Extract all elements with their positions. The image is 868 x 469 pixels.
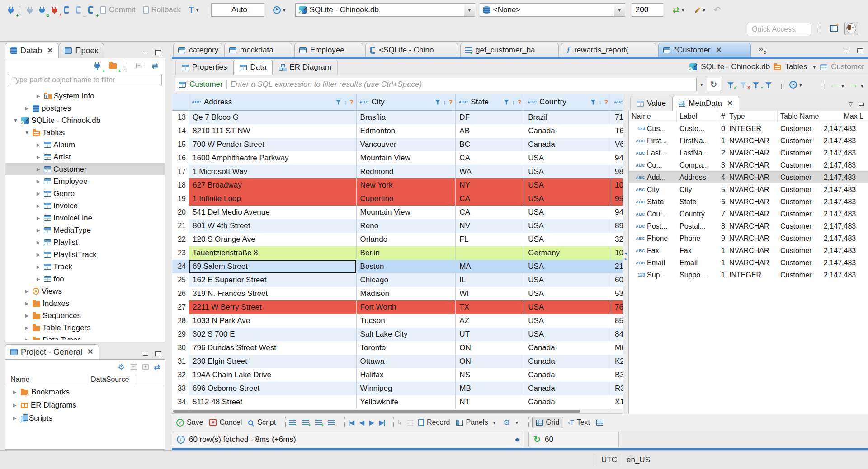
cell-address[interactable]: 69 Salem Street: [189, 260, 357, 273]
collapse-icon[interactable]: −: [131, 364, 137, 370]
tree-arrow-icon[interactable]: ▶: [35, 155, 42, 159]
cell-state[interactable]: ON: [456, 341, 524, 355]
cell-country[interactable]: Canada: [524, 368, 611, 382]
meta-column-header--[interactable]: #: [718, 111, 726, 122]
cell-city[interactable]: Winnipeg: [357, 382, 456, 395]
minimize-icon[interactable]: [142, 50, 149, 55]
duplicate-row-button[interactable]: +: [315, 420, 322, 426]
row-number[interactable]: 23: [172, 246, 189, 260]
last-row-button[interactable]: ▶|: [379, 419, 385, 426]
cell-state[interactable]: WI: [456, 287, 524, 300]
horizontal-scrollbar[interactable]: [172, 409, 623, 414]
cell-country[interactable]: Canada: [524, 382, 611, 395]
cell-state[interactable]: [456, 246, 524, 260]
row-number[interactable]: 29: [172, 328, 189, 341]
cell-country[interactable]: USA: [524, 165, 611, 178]
cell-country[interactable]: Canada: [524, 124, 611, 138]
tab-project-general[interactable]: Project - General✕: [5, 344, 99, 359]
txn-history-button[interactable]: ▼: [268, 4, 292, 16]
auto-refresh-button[interactable]: ▼: [789, 80, 803, 89]
cancel-button[interactable]: ×Cancel: [209, 418, 242, 427]
editor-tab-get-customer-ba[interactable]: ✓get_customer_ba: [460, 43, 559, 57]
cell-postal[interactable]: 94: [611, 206, 623, 219]
cell-postal[interactable]: 84: [611, 328, 623, 341]
tree-item-playlist[interactable]: ▶Playlist: [5, 236, 165, 249]
row-number[interactable]: 15: [172, 138, 189, 151]
next-row-button[interactable]: ▶: [369, 419, 374, 426]
close-icon[interactable]: ✕: [47, 47, 53, 54]
meta-row-firstna-[interactable]: ABCFirst...FirstNa...1NVARCHARCustomer2,…: [629, 135, 868, 147]
row-number[interactable]: 17: [172, 165, 189, 178]
auto-refresh-box[interactable]: ↻ 60: [528, 432, 619, 447]
tree-arrow-icon[interactable]: ▶: [24, 106, 30, 111]
cell-address[interactable]: 2211 W Berry Street: [189, 300, 357, 314]
column-header-extra[interactable]: ABC: [611, 94, 623, 111]
meta-row-lastna-[interactable]: ABCLast...LastNa...2NVARCHARCustomer2,14…: [629, 147, 868, 159]
chevron-down-icon[interactable]: ▼: [812, 65, 816, 70]
cell-postal[interactable]: R3: [611, 382, 623, 395]
format-button[interactable]: ▼: [690, 4, 711, 16]
open-perspective-button[interactable]: [828, 23, 840, 35]
tree-arrow-icon[interactable]: ▶: [35, 277, 42, 281]
maximize-icon[interactable]: [155, 50, 161, 55]
tree-arrow-icon[interactable]: ▼: [24, 130, 30, 135]
meta-column-header-name[interactable]: Name: [629, 111, 677, 122]
cell-address[interactable]: 1 Microsoft Way: [189, 165, 357, 178]
cell-address[interactable]: 8210 111 ST NW: [189, 124, 357, 138]
rollback-button[interactable]: Rollback: [143, 5, 181, 14]
cell-city[interactable]: Mountain View: [357, 151, 456, 165]
editor-tab-employee[interactable]: Employee: [294, 43, 363, 57]
new-connection-button[interactable]: +: [5, 4, 17, 16]
tree-arrow-icon[interactable]: ▶: [35, 94, 42, 98]
meta-row-compa-[interactable]: ABCCo...Compa...3NVARCHARCustomer2,147,4…: [629, 159, 868, 171]
panels-button[interactable]: Panels▼: [456, 418, 496, 427]
record-button[interactable]: Record: [418, 418, 450, 427]
tab-properties[interactable]: Properties: [175, 60, 233, 75]
cell-address[interactable]: 1600 Amphitheatre Parkway: [189, 151, 357, 165]
cell-state[interactable]: UT: [456, 328, 524, 341]
cell-postal[interactable]: 85: [611, 314, 623, 328]
meta-row-phone[interactable]: ABCPhonePhone9NVARCHARCustomer2,147,483: [629, 232, 868, 244]
minimize-icon[interactable]: [844, 48, 850, 53]
tree-item-sequences[interactable]: ▶Sequences: [5, 310, 165, 322]
cell-postal[interactable]: 10: [611, 246, 623, 260]
column-header-address[interactable]: ABCAddress↕?: [189, 94, 357, 111]
tree-arrow-icon[interactable]: ▶: [35, 191, 42, 196]
cell-postal[interactable]: 89: [611, 219, 623, 233]
commit-button[interactable]: Commit: [100, 5, 136, 14]
tab-projects[interactable]: Проек: [59, 43, 104, 58]
cell-city[interactable]: Salt Lake City: [357, 328, 456, 341]
tree-arrow-icon[interactable]: ▶: [35, 264, 42, 269]
meta-row-postal-[interactable]: ABCPost...Postal...8NVARCHARCustomer2,14…: [629, 220, 868, 232]
combo-dropdown-button[interactable]: ▼: [464, 4, 475, 16]
remove-filter-button[interactable]: ×: [740, 81, 748, 88]
open-sql-script-button[interactable]: →: [72, 4, 85, 16]
close-icon[interactable]: ✕: [727, 100, 733, 107]
tree-item-foo[interactable]: ▶foo: [5, 273, 165, 285]
cell-city[interactable]: Edmonton: [357, 124, 456, 138]
cell-address[interactable]: 120 S Orange Ave: [189, 233, 357, 246]
breadcrumb-entity[interactable]: Customer: [831, 62, 864, 71]
cell-country[interactable]: USA: [524, 233, 611, 246]
previous-row-button[interactable]: ◀: [359, 419, 364, 426]
column-header-state[interactable]: ABCState↕?: [456, 94, 524, 111]
tree-item-employee[interactable]: ▶Employee: [5, 175, 165, 188]
meta-row-email[interactable]: ABCEmailEmail1NVARCHARCustomer2,147,483: [629, 257, 868, 269]
row-number[interactable]: 32: [172, 368, 189, 382]
cell-city[interactable]: Cupertino: [357, 192, 456, 206]
row-number[interactable]: 25: [172, 273, 189, 287]
cell-address[interactable]: 801 W 4th Street: [189, 219, 357, 233]
cell-address[interactable]: 230 Elgin Street: [189, 355, 357, 368]
minimize-icon[interactable]: [142, 351, 149, 356]
sort-icon[interactable]: ↕: [599, 99, 602, 106]
tree-arrow-icon[interactable]: ▶: [24, 325, 30, 330]
object-filter-input[interactable]: [8, 74, 162, 86]
tree-arrow-icon[interactable]: ▶: [24, 289, 30, 294]
tab-value[interactable]: Value: [630, 96, 672, 111]
row-number[interactable]: 13: [172, 111, 189, 124]
editor-tab-rewards-report-[interactable]: frewards_report(: [561, 43, 656, 57]
row-number[interactable]: 22: [172, 233, 189, 246]
tab-metadata[interactable]: MetaData✕: [672, 96, 739, 111]
cell-country[interactable]: USA: [524, 287, 611, 300]
cell-state[interactable]: AZ: [456, 314, 524, 328]
